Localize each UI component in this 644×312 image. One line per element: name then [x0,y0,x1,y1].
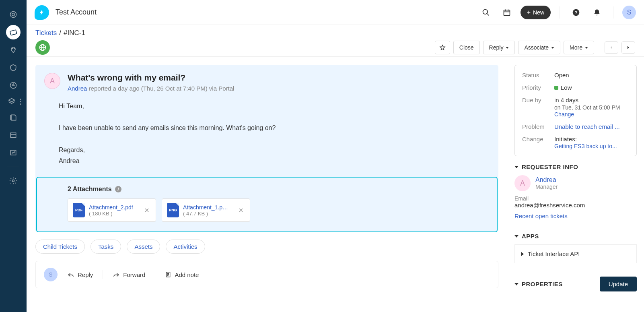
apps-toggle[interactable]: APPS [514,233,637,240]
new-button[interactable]: +New [521,6,551,19]
change-link[interactable]: Getting ES3 back up to... [554,143,617,149]
tab-child-tickets[interactable]: Child Tickets [35,240,85,254]
tab-assets[interactable]: Assets [127,240,160,254]
nav-more-icon[interactable] [20,99,21,105]
attachment-name: Attachment_1.p… [183,204,233,211]
app-item[interactable]: Ticket Interface API [514,244,637,263]
val-dueby-sub: on Tue, 31 Oct at 5:00 PM [554,104,629,111]
svg-point-8 [483,9,488,14]
svg-point-1 [12,13,15,16]
nav-assets[interactable] [6,96,17,107]
problem-link[interactable]: Unable to reach email ... [554,123,620,130]
breadcrumb-tickets[interactable]: Tickets [35,29,57,37]
attachment-item[interactable]: PNG Attachment_1.p… ( 47.7 KB ) × [162,198,250,222]
account-title: Test Account [56,8,97,17]
recent-tickets-link[interactable]: Recent open tickets [514,213,568,219]
nav-changes[interactable] [6,60,21,75]
val-dueby: in 4 days [554,97,629,103]
attachment-item[interactable]: PDF Attachment_2.pdf ( 180 KB ) × [68,198,156,222]
reply-button[interactable]: Reply [483,41,515,54]
label-priority: Priority [522,84,554,91]
nav-solutions[interactable] [6,110,21,125]
requester-avatar-small: A [514,175,531,191]
reporter-link[interactable]: Andrea [68,85,87,92]
requester-email: andrea@freshservice.com [514,202,637,209]
pdf-icon: PDF [73,203,85,217]
label-dueby: Due by [522,97,554,118]
priority-dot [554,86,558,90]
label-status: Status [522,72,554,79]
svg-point-0 [10,12,16,18]
change-dueby-link[interactable]: Change [554,111,574,118]
attachment-size: ( 47.7 KB ) [183,211,233,217]
attachment-size: ( 180 KB ) [89,211,139,217]
requester-avatar: A [44,73,60,89]
nav-catalog[interactable] [6,128,21,143]
ticket-body: Hi Team, I have been unable to send any … [35,101,498,166]
nav-admin[interactable] [6,174,21,188]
svg-text:?: ? [574,10,577,15]
tab-activities[interactable]: Activities [166,240,205,254]
attachments-heading: 2 Attachments [68,186,112,193]
nav-tickets[interactable] [6,25,21,39]
ticket-card: A What's wrong with my email? Andrea rep… [35,65,498,232]
nav-problems[interactable] [6,43,21,57]
val-change: Initiates: [554,136,629,143]
tab-tasks[interactable]: Tasks [91,240,121,254]
agent-avatar: S [44,268,58,281]
svg-rect-9 [504,10,510,15]
more-button[interactable]: More [564,41,594,54]
star-button[interactable] [435,41,450,54]
search-icon[interactable] [479,5,493,20]
add-note-action[interactable]: Add note [165,271,199,278]
requester-name-link[interactable]: Andrea [535,176,556,183]
ticket-title: What's wrong with my email? [68,73,490,83]
nav-reports[interactable] [6,146,21,160]
requester-role: Manager [535,184,558,190]
ticket-meta: Andrea reported a day ago (Thu, 26 Oct a… [68,85,490,92]
prev-ticket-button[interactable] [605,41,618,54]
update-button[interactable]: Update [600,277,637,291]
reply-bar: S Reply Forward Add note [35,261,498,288]
attachments-section: 2 Attachments i PDF Attachment_2.pdf ( 1… [36,177,498,232]
val-status: Open [554,72,629,79]
breadcrumb: Tickets / #INC-1 [35,29,635,37]
remove-attachment-icon[interactable]: × [237,206,245,215]
properties-toggle[interactable]: PROPERTIES [514,281,563,287]
brand-logo[interactable] [35,5,49,20]
nav-dashboard[interactable] [6,7,21,22]
breadcrumb-id: #INC-1 [64,29,85,37]
forward-action[interactable]: Forward [113,271,145,278]
associate-button[interactable]: Associate [518,41,560,54]
help-icon[interactable]: ? [569,5,583,20]
svg-point-3 [12,48,13,49]
svg-rect-2 [10,30,17,35]
info-icon[interactable]: i [115,186,121,192]
val-priority: Low [554,84,629,91]
label-change: Change [522,136,554,149]
ticket-properties-card: StatusOpen PriorityLow Due byin 4 dayson… [514,65,637,156]
next-ticket-button[interactable] [621,41,635,54]
svg-point-4 [14,48,15,49]
notification-icon[interactable] [590,5,604,20]
reply-action[interactable]: Reply [67,271,93,278]
label-problem: Problem [522,123,554,130]
remove-attachment-icon[interactable]: × [143,206,151,215]
requester-info-toggle[interactable]: REQUESTER INFO [514,163,637,170]
label-email: Email [514,195,637,202]
calendar-icon[interactable] [500,5,514,20]
user-avatar[interactable]: S [622,6,636,19]
svg-point-7 [12,180,14,182]
png-icon: PNG [167,203,179,217]
nav-releases[interactable] [6,78,21,93]
source-globe-icon [35,40,50,55]
close-button[interactable]: Close [453,41,480,54]
attachment-name: Attachment_2.pdf [89,204,139,211]
